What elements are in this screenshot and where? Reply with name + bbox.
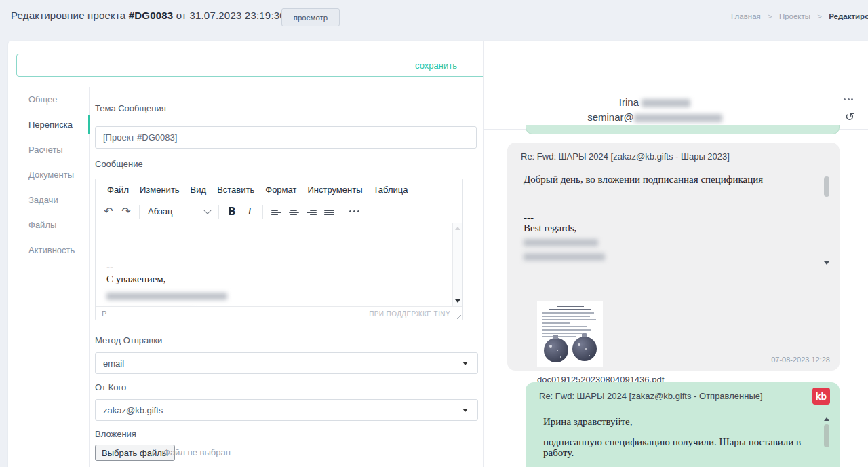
toolbar-separator xyxy=(262,205,263,219)
method-label: Метод Отправки xyxy=(95,335,162,345)
signature-divider: -- xyxy=(106,260,227,273)
top-bar: Редактировние проекта #DG0083 от 31.07.2… xyxy=(0,0,868,34)
more-tools-icon[interactable] xyxy=(349,210,359,212)
redo-icon[interactable]: ↷ xyxy=(117,203,135,221)
menu-file[interactable]: Файл xyxy=(102,182,134,198)
refresh-icon[interactable]: ↻ xyxy=(845,110,854,124)
signature-greeting: С уважением, xyxy=(106,273,227,286)
scroll-down-icon[interactable] xyxy=(455,299,460,303)
ornament-image xyxy=(544,338,568,362)
message-form: Тема Сообщения Сообщение Файл Изменить В… xyxy=(95,41,470,467)
thread-menu-icon[interactable] xyxy=(844,98,853,100)
preview-button[interactable]: просмотр xyxy=(281,8,340,26)
method-select[interactable]: email xyxy=(95,352,478,374)
editor-text: -- С уважением, xyxy=(106,260,227,306)
breadcrumb-separator: > xyxy=(817,12,822,20)
message-label: Сообщение xyxy=(95,159,143,169)
page-title: Редактировние проекта #DG0083 от 31.07.2… xyxy=(11,10,285,21)
page-title-suffix: от 31.07.2023 23:19:30 xyxy=(176,10,285,21)
editor-toolbar: ↶ ↷ Абзац B I xyxy=(96,200,462,223)
editor-menubar: Файл Изменить Вид Вставить Формат Инстру… xyxy=(96,179,462,200)
redacted-text xyxy=(524,239,598,246)
toolbar-separator xyxy=(342,205,342,219)
menu-table[interactable]: Таблица xyxy=(368,182,414,198)
sidebar-item-files[interactable]: Файлы xyxy=(16,212,89,238)
sidebar: Общее Переписка Расчеты Документы Задачи… xyxy=(16,87,90,467)
undo-icon[interactable]: ↶ xyxy=(100,203,117,221)
attachment-preview[interactable] xyxy=(537,301,603,367)
tiny-brand-label: ПРИ ПОДДЕРЖКЕ TINY xyxy=(369,310,450,318)
scrollbar-thumb[interactable] xyxy=(824,424,829,447)
page-title-prefix: Редактировние проекта xyxy=(11,10,125,21)
bold-button[interactable]: B xyxy=(223,203,241,221)
breadcrumb: Главная > Проекты > Редактирование xyxy=(731,12,868,20)
message-card-outgoing: Re: Fwd: ШАРЫ 2024 [zakaz@kb.gifts - Отп… xyxy=(526,382,840,467)
message-subject: Re: Fwd: ШАРЫ 2024 [zakaz@kb.gifts - Отп… xyxy=(539,391,763,401)
message-scrollbar[interactable] xyxy=(823,174,830,266)
element-path[interactable]: P xyxy=(102,310,106,318)
sidebar-item-tasks[interactable]: Задачи xyxy=(16,187,89,212)
scroll-up-icon[interactable] xyxy=(824,417,829,421)
message-line: Добрый день, во вложении подписанная спе… xyxy=(524,174,808,185)
italic-button[interactable]: I xyxy=(241,203,258,221)
align-right-icon[interactable] xyxy=(302,203,320,221)
message-scrollbar[interactable] xyxy=(823,416,830,467)
sidebar-item-correspondence[interactable]: Переписка xyxy=(16,112,89,137)
chevron-down-icon xyxy=(203,206,211,214)
justify-icon[interactable] xyxy=(320,203,338,221)
align-center-icon[interactable] xyxy=(285,203,302,221)
toolbar-separator xyxy=(218,205,219,219)
redacted-text xyxy=(642,99,690,107)
app-window: Редактировние проекта #DG0083 от 31.07.2… xyxy=(0,0,868,467)
from-label: От Кого xyxy=(95,382,126,392)
menu-view[interactable]: Вид xyxy=(185,182,212,198)
message-line: Best regards, xyxy=(524,223,808,234)
redacted-text xyxy=(524,253,605,261)
toolbar-separator xyxy=(139,205,140,219)
editor-statusbar: P ПРИ ПОДДЕРЖКЕ TINY xyxy=(96,306,462,320)
attachments-label: Вложения xyxy=(95,429,136,439)
breadcrumb-projects[interactable]: Проекты xyxy=(779,12,810,20)
align-left-icon[interactable] xyxy=(267,203,285,221)
menu-insert[interactable]: Вставить xyxy=(212,182,260,198)
message-card-incoming: Re: Fwd: ШАРЫ 2024 [zakaz@kb.gifts - Шар… xyxy=(507,143,840,371)
subject-label: Тема Сообщения xyxy=(95,103,166,113)
message-line: --- xyxy=(524,212,808,223)
sidebar-item-documents[interactable]: Документы xyxy=(16,162,89,187)
message-line: подписанную спецификацию получили. Шары … xyxy=(543,436,814,458)
menu-format[interactable]: Формат xyxy=(260,182,302,198)
from-select-value: zakaz@kb.gifts xyxy=(103,405,163,415)
from-select[interactable]: zakaz@kb.gifts xyxy=(95,399,478,421)
message-timestamp: 07-08-2023 12:28 xyxy=(771,356,830,364)
contact-email-prefix: seminar@ xyxy=(587,111,634,123)
caret-down-icon xyxy=(462,362,468,365)
format-select[interactable]: Абзац xyxy=(144,203,214,221)
breadcrumb-home[interactable]: Главная xyxy=(731,12,761,20)
subject-input[interactable] xyxy=(95,126,477,149)
contact-email: seminar@ xyxy=(484,111,826,123)
sidebar-item-calculations[interactable]: Расчеты xyxy=(16,137,89,162)
scroll-up-icon[interactable] xyxy=(455,227,460,230)
scrollbar-thumb[interactable] xyxy=(824,176,829,197)
menu-edit[interactable]: Изменить xyxy=(134,182,185,198)
kb-logo: kb xyxy=(812,388,830,405)
file-status-text: Файл не выбран xyxy=(163,447,231,457)
scroll-down-icon[interactable] xyxy=(824,261,829,265)
contact-name: Irina xyxy=(484,96,826,108)
redacted-text xyxy=(106,293,227,300)
message-subject: Re: Fwd: ШАРЫ 2024 [zakaz@kb.gifts - Шар… xyxy=(521,151,730,162)
redacted-text xyxy=(634,114,722,122)
method-select-value: email xyxy=(103,358,124,369)
contact-first-name: Irina xyxy=(619,96,639,108)
rich-text-editor: Файл Изменить Вид Вставить Формат Инстру… xyxy=(95,179,463,320)
editor-scrollbar[interactable] xyxy=(452,223,462,306)
message-line: Ирина здравствуйте, xyxy=(543,416,814,427)
resize-handle-icon[interactable] xyxy=(455,313,461,319)
sidebar-item-activity[interactable]: Активность xyxy=(16,238,89,263)
project-id: #DG0083 xyxy=(129,10,174,21)
sidebar-item-general[interactable]: Общее xyxy=(16,87,89,112)
menu-tools[interactable]: Инструменты xyxy=(302,182,368,198)
editor-content-area[interactable]: -- С уважением, xyxy=(96,223,462,306)
breadcrumb-separator: > xyxy=(768,12,772,20)
ornament-image xyxy=(572,337,597,361)
